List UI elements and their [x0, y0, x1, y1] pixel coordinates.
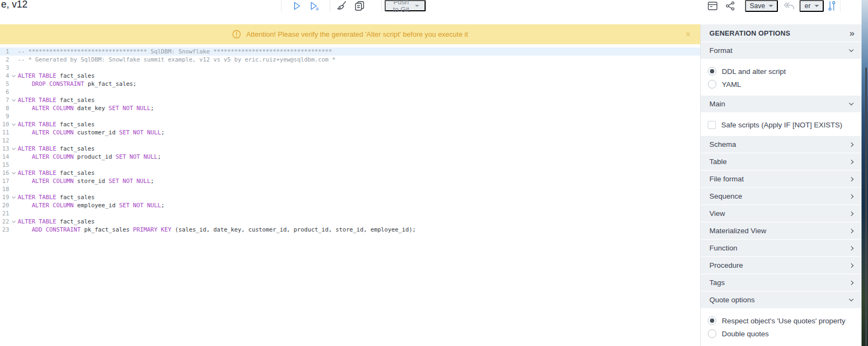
code-line[interactable]: 18 [0, 185, 700, 193]
radio-unchecked-icon[interactable] [708, 80, 716, 89]
chevron-right-icon [850, 178, 853, 181]
code-editor[interactable]: 1-- ********************************** S… [0, 44, 700, 346]
run-script-button[interactable] [290, 0, 303, 12]
line-number: 21 [0, 209, 9, 218]
code-line[interactable]: 12 [0, 137, 700, 145]
code-line[interactable]: 1-- ********************************** S… [0, 48, 700, 56]
panel-section-schema[interactable]: Schema [701, 136, 862, 153]
line-number: 7 [0, 96, 9, 104]
code-line[interactable]: 23 ADD CONSTRAINT pk_fact_sales PRIMARY … [0, 226, 700, 234]
panel-layout-button[interactable] [706, 0, 720, 12]
code-line[interactable]: 4ALTER TABLE fact_sales [0, 72, 700, 80]
fold-chevron-icon[interactable] [11, 171, 15, 174]
push-to-git-button[interactable]: Push to Git [385, 0, 426, 11]
code-line[interactable]: 2-- * Generated by SqlDBM: Snowlfake sum… [0, 56, 700, 64]
line-number: 10 [0, 120, 9, 128]
toolbar-divider [840, 0, 840, 12]
radio-unchecked-icon[interactable] [708, 329, 716, 338]
run-all-button[interactable]: a [307, 0, 322, 12]
code-line[interactable]: 3 [0, 64, 700, 72]
line-number: 6 [0, 88, 9, 96]
share-icon [725, 1, 736, 11]
version-dropdown[interactable]: er [799, 0, 824, 12]
code-line[interactable]: 17 ALTER COLUMN store_id SET NOT NULL; [0, 177, 700, 185]
vertical-scrollbar[interactable] [865, 67, 867, 346]
chevron-right-icon [850, 264, 853, 267]
code-line[interactable]: 14 ALTER COLUMN product_id SET NOT NULL; [0, 153, 700, 161]
panel-section-table[interactable]: Table [701, 153, 862, 171]
panel-section-format[interactable]: Format [701, 42, 862, 59]
panel-section-sequence[interactable]: Sequence [701, 188, 862, 205]
panel-section-materialized-view[interactable]: Materialized View [701, 222, 862, 240]
broom-icon [336, 0, 348, 12]
copy-pages-icon [353, 0, 366, 12]
panel-section-quote-options[interactable]: Quote options [701, 291, 862, 309]
code-line[interactable]: 8 ALTER COLUMN date_key SET NOT NULL; [0, 104, 700, 112]
panel-sections: FormatDDL and alter scriptYAMLMainSafe s… [701, 42, 862, 345]
code-text: ALTER TABLE fact_sales [18, 218, 94, 226]
checkbox-unchecked-icon[interactable] [708, 121, 716, 129]
panel-section-main[interactable]: Main [701, 96, 862, 113]
code-text: ALTER COLUMN employee_id SET NOT NULL; [18, 201, 165, 209]
code-line[interactable]: 5 DROP CONSTRAINT pk_fact_sales; [0, 80, 700, 88]
ddl-and-alter-script-radio[interactable]: DDL and alter script [701, 65, 862, 78]
panel-section-label: Format [709, 46, 733, 55]
panel-section-function[interactable]: Function [701, 240, 862, 257]
fold-chevron-icon[interactable] [11, 195, 15, 199]
fold-chevron-icon[interactable] [11, 146, 15, 150]
copy-script-button[interactable] [352, 0, 367, 12]
sliders-icon [827, 0, 837, 12]
close-banner-button[interactable]: × [686, 30, 691, 39]
panel-section-label: Table [709, 158, 727, 166]
panel-section-tags[interactable]: Tags [701, 274, 862, 291]
line-number: 18 [0, 185, 9, 193]
panel-section-label: Procedure [709, 261, 743, 269]
line-number: 1 [0, 48, 9, 56]
panel-section-label: Tags [709, 279, 725, 287]
save-button[interactable]: Save [745, 0, 778, 12]
code-line[interactable]: 21 [0, 209, 700, 218]
chevron-right-icon [850, 281, 853, 284]
radio-checked-icon[interactable] [708, 67, 716, 76]
clean-button[interactable] [335, 0, 349, 12]
option-label: Respect object's 'Use quotes' property [722, 317, 845, 325]
panel-section-file-format[interactable]: File format [701, 171, 862, 188]
double-quotes-radio[interactable]: Double quotes [701, 327, 862, 340]
collapse-panel-button[interactable]: » [850, 29, 855, 38]
line-number: 2 [0, 56, 9, 64]
fold-chevron-icon[interactable] [11, 219, 15, 223]
play-all-icon: a [309, 1, 320, 11]
yaml-radio[interactable]: YAML [701, 78, 862, 91]
code-line[interactable]: 10ALTER TABLE fact_sales [0, 120, 700, 128]
chevron-right-icon [850, 143, 853, 146]
code-line[interactable]: 15 [0, 161, 700, 169]
save-label: Save [750, 2, 766, 10]
code-line[interactable]: 6 [0, 88, 700, 96]
safe-scripts-apply-if-not-exists-checkbox[interactable]: Safe scripts (Apply IF [NOT] EXISTS) [701, 118, 862, 131]
radio-checked-icon[interactable] [708, 316, 716, 325]
undo-button[interactable] [781, 0, 796, 12]
line-number: 11 [0, 128, 9, 137]
fold-chevron-icon[interactable] [11, 122, 15, 126]
panel-header: GENERATION OPTIONS » [701, 24, 862, 42]
warning-text: Attention! Please verify the generated '… [246, 30, 468, 38]
code-line[interactable]: 11 ALTER COLUMN customer_id SET NOT NULL… [0, 128, 700, 137]
fold-chevron-icon[interactable] [11, 98, 15, 101]
generation-options-button[interactable] [826, 0, 838, 12]
code-line[interactable]: 22ALTER TABLE fact_sales [0, 218, 700, 226]
code-line[interactable]: 7ALTER TABLE fact_sales [0, 96, 700, 104]
code-line[interactable]: 20 ALTER COLUMN employee_id SET NOT NULL… [0, 201, 700, 209]
code-line[interactable]: 16ALTER TABLE fact_sales [0, 169, 700, 177]
push-to-git-label: Push to Git [391, 0, 411, 13]
code-line[interactable]: 19ALTER TABLE fact_sales [0, 193, 700, 201]
code-text: DROP CONSTRAINT pk_fact_sales; [18, 80, 136, 88]
code-line[interactable]: 9 [0, 112, 700, 120]
panel-section-view[interactable]: View [701, 205, 862, 222]
version-label: er [804, 2, 810, 10]
share-button[interactable] [724, 0, 737, 12]
respect-object-s-use-quotes-property-radio[interactable]: Respect object's 'Use quotes' property [701, 314, 862, 327]
fold-chevron-icon[interactable] [11, 73, 15, 77]
panel-section-label: Quote options [709, 296, 755, 304]
code-line[interactable]: 13ALTER TABLE fact_sales [0, 145, 700, 153]
panel-section-procedure[interactable]: Procedure [701, 257, 862, 274]
